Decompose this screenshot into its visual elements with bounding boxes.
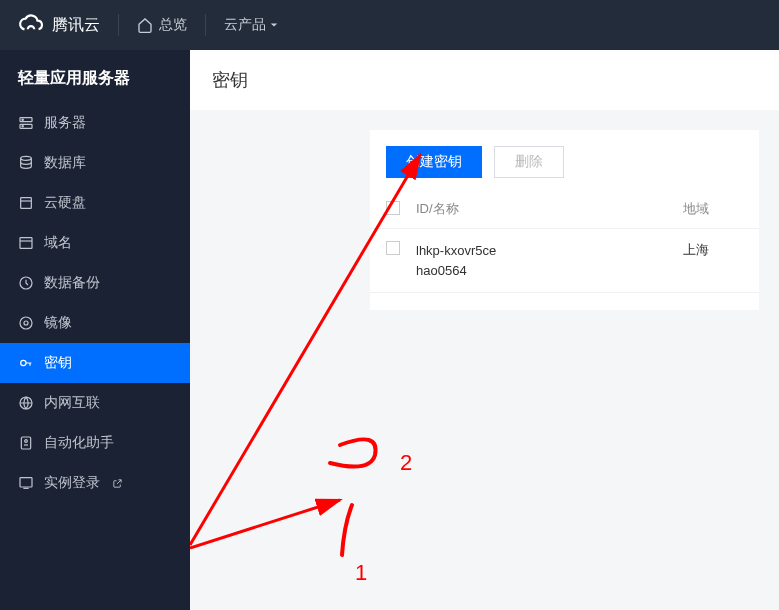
nav-label: 镜像 [44,314,72,332]
brand-text: 腾讯云 [52,15,100,36]
svg-point-9 [24,321,28,325]
nav-image-icon [18,315,34,331]
home-icon [137,17,153,33]
key-table: ID/名称 地域 lhkp-kxovr5ce hao0564 上海 [370,190,759,293]
svg-line-16 [190,500,340,548]
products-label: 云产品 [224,16,266,34]
nav-intranet[interactable]: 内网互联 [0,383,190,423]
nav-automation-icon [18,435,34,451]
svg-rect-6 [20,238,32,249]
top-bar: 腾讯云 总览 云产品 [0,0,779,50]
svg-point-8 [20,317,32,329]
table-header: ID/名称 地域 [370,190,759,229]
nav-domain[interactable]: 域名 [0,223,190,263]
nav-label: 内网互联 [44,394,100,412]
nav-database-icon [18,155,34,171]
nav-label: 数据备份 [44,274,100,292]
row-checkbox[interactable] [386,241,400,255]
nav-label: 域名 [44,234,72,252]
chevron-down-icon [270,21,278,29]
divider [205,14,206,36]
key-panel: 创建密钥 删除 ID/名称 地域 lhkp-kxovr5ce hao0564 上… [370,130,759,310]
svg-point-13 [25,440,28,443]
nav-server-icon [18,115,34,131]
cell-id: lhkp-kxovr5ce hao0564 [416,241,683,280]
nav-backup[interactable]: 数据备份 [0,263,190,303]
nav-login-icon [18,475,34,491]
sidebar-title: 轻量应用服务器 [0,50,190,103]
nav-label: 实例登录 [44,474,100,492]
nav-login[interactable]: 实例登录 [0,463,190,503]
svg-point-3 [22,126,23,127]
annotation-1: 1 [355,560,367,585]
brand-logo[interactable]: 腾讯云 [18,12,100,38]
svg-rect-14 [20,478,32,487]
annotation-2: 2 [400,450,412,475]
nav-disk[interactable]: 云硬盘 [0,183,190,223]
overview-label: 总览 [159,16,187,34]
sidebar: 轻量应用服务器 服务器数据库云硬盘域名数据备份镜像密钥内网互联自动化助手实例登录 [0,50,190,610]
cloud-icon [18,12,44,38]
nav-intranet-icon [18,395,34,411]
cell-region: 上海 [683,241,743,259]
nav-label: 服务器 [44,114,86,132]
nav-database[interactable]: 数据库 [0,143,190,183]
svg-point-2 [22,119,23,120]
nav-key[interactable]: 密钥 [0,343,190,383]
external-icon [112,478,123,489]
divider [118,14,119,36]
main-content: 密钥 创建密钥 删除 ID/名称 地域 lhkp-kxovr5ce hao056… [190,50,779,610]
svg-point-10 [21,360,26,365]
delete-button[interactable]: 删除 [494,146,564,178]
nav-automation[interactable]: 自动化助手 [0,423,190,463]
create-key-button[interactable]: 创建密钥 [386,146,482,178]
nav-label: 自动化助手 [44,434,114,452]
nav-key-icon [18,355,34,371]
svg-rect-5 [21,198,32,209]
svg-rect-12 [21,437,30,449]
products-dropdown[interactable]: 云产品 [224,16,278,34]
nav-label: 云硬盘 [44,194,86,212]
table-row: lhkp-kxovr5ce hao0564 上海 [370,229,759,293]
col-region-header: 地域 [683,200,743,218]
overview-link[interactable]: 总览 [137,16,187,34]
nav-backup-icon [18,275,34,291]
nav-image[interactable]: 镜像 [0,303,190,343]
page-title: 密钥 [190,50,779,110]
nav-label: 密钥 [44,354,72,372]
nav-server[interactable]: 服务器 [0,103,190,143]
select-all-checkbox[interactable] [386,201,400,215]
svg-point-4 [21,156,32,160]
nav-label: 数据库 [44,154,86,172]
nav-disk-icon [18,195,34,211]
col-id-header: ID/名称 [416,200,683,218]
nav-domain-icon [18,235,34,251]
